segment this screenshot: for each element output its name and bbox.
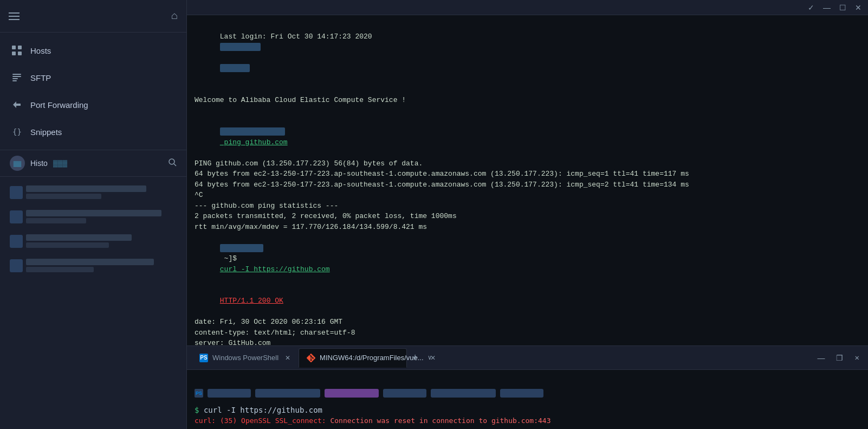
term-line (195, 105, 860, 116)
search-icon[interactable] (168, 158, 177, 169)
term-line: rtt min/avg/max/mdev = 117.770/126.184/1… (195, 222, 860, 233)
blur-item-1 (208, 389, 251, 398)
svg-marker-8 (13, 101, 21, 108)
svg-rect-7 (12, 80, 17, 81)
titlebar-restore[interactable]: ☐ (839, 3, 846, 12)
tabbar: PS Windows PowerShell ✕ MINGW64:/d/Progr… (187, 345, 868, 369)
term-line: Welcome to Alibaba Cloud Elastic Compute… (195, 95, 860, 106)
tab-powershell-label: Windows PowerShell (212, 354, 278, 362)
error-prefix: curl: (35) OpenSSL SSL_connect: (195, 417, 326, 425)
ps-icon: PS (199, 354, 208, 362)
sftp-icon (11, 72, 23, 84)
sidebar-item-hosts[interactable]: Hosts (0, 37, 186, 64)
home-icon[interactable]: ⌂ (171, 10, 178, 22)
svg-rect-4 (12, 74, 21, 75)
blur-item-2 (255, 389, 320, 398)
blur-item-4 (383, 389, 426, 398)
window-close-btn[interactable]: ✕ (851, 351, 864, 364)
history-list (0, 177, 186, 429)
term-line: Last login: Fri Oct 30 14:17:23 2020 xx … (195, 21, 860, 84)
sftp-label: SFTP (30, 73, 51, 82)
term-line: 64 bytes from ec2-13-250-177-223.ap-sout… (195, 180, 860, 190)
list-item[interactable] (0, 180, 186, 204)
tab-add-button[interactable]: + (407, 350, 423, 366)
blur-item-3 (325, 389, 379, 398)
term-line-curl-cmd: ~]$ curl -I https://github.com (195, 232, 860, 285)
input-prompt: $ (195, 406, 199, 414)
history-text: Histo (30, 159, 48, 168)
term-line: 2 packets transmitted, 2 received, 0% pa… (195, 211, 860, 222)
sidebar-nav: Hosts SFTP Port Forwarding (0, 33, 186, 150)
history-avatar: ▓▓ (10, 156, 25, 171)
sidebar-item-snippets[interactable]: {} Snippets (0, 118, 186, 145)
titlebar-close[interactable]: ✕ (855, 3, 861, 12)
window-minimize-btn[interactable]: — (814, 351, 828, 364)
list-item[interactable] (0, 253, 186, 278)
blur-item-6 (500, 389, 543, 398)
term-line: ^C (195, 190, 860, 201)
tab-chevron[interactable]: ∨ (423, 351, 436, 364)
error-message: Connection was reset in connection to gi… (330, 417, 550, 425)
term-line: 64 bytes from ec2-13-250-177-223.ap-sout… (195, 169, 860, 180)
terminal-titlebar: ✓ — ☐ ✕ (187, 0, 868, 15)
list-item[interactable] (0, 229, 186, 253)
term-line-ping-cmd: ping github.com (195, 116, 860, 158)
list-item[interactable] (0, 204, 186, 229)
snippets-label: Snippets (30, 127, 62, 137)
svg-line-11 (174, 164, 176, 166)
term-line: server: GitHub.com (195, 338, 860, 345)
tabbar-right: — ❐ ✕ (814, 351, 864, 364)
svg-rect-3 (18, 52, 22, 55)
history-header: ▓▓ Histo ▓▓▓ (0, 150, 186, 177)
tab-mingw[interactable]: MINGW64:/d/ProgramFiles/vue... ✕ (299, 348, 407, 368)
term-line-http-ok: HTTP/1.1 200 OK (195, 285, 860, 317)
history-text-blur: ▓▓▓ (53, 159, 67, 167)
hosts-label: Hosts (30, 46, 51, 55)
sidebar: ⌂ Hosts SFTP (0, 0, 187, 429)
term-line: --- github.com ping statistics --- (195, 201, 860, 212)
svg-rect-1 (18, 46, 22, 49)
term-line (195, 84, 860, 95)
hamburger-icon[interactable] (9, 12, 20, 20)
titlebar-minimize[interactable]: — (823, 3, 831, 12)
input-line: $ curl -I https://github.com (195, 406, 860, 414)
sidebar-history: ▓▓ Histo ▓▓▓ (0, 150, 186, 429)
tab-powershell-close[interactable]: ✕ (285, 354, 290, 362)
svg-rect-2 (12, 52, 16, 55)
history-label: ▓▓ Histo ▓▓▓ (10, 156, 67, 171)
sidebar-item-sftp[interactable]: SFTP (0, 64, 186, 91)
bottom-bar: PS $ curl -I https://github.com curl: (3… (187, 369, 868, 429)
hosts-icon (11, 44, 23, 56)
port-forwarding-label: Port Forwarding (30, 100, 88, 110)
tab-powershell[interactable]: PS Windows PowerShell ✕ (191, 348, 299, 368)
bottom-blur-bar: PS (195, 385, 860, 401)
svg-point-10 (169, 159, 174, 164)
powershell-icon: PS (199, 354, 208, 362)
blur-item-5 (431, 389, 496, 398)
snippets-icon: {} (11, 126, 23, 138)
sidebar-item-port-forwarding[interactable]: Port Forwarding (0, 91, 186, 118)
svg-text:{}: {} (12, 127, 22, 136)
terminal-content[interactable]: Last login: Fri Oct 30 14:17:23 2020 xx … (187, 15, 868, 345)
svg-rect-5 (12, 76, 21, 77)
svg-rect-6 (12, 78, 18, 79)
window-restore-btn[interactable]: ❐ (833, 351, 846, 364)
term-line: PING github.com (13.250.177.223) 56(84) … (195, 158, 860, 169)
main-area: ✓ — ☐ ✕ Last login: Fri Oct 30 14:17:23 … (187, 0, 868, 429)
sidebar-header: ⌂ (0, 0, 186, 33)
port-forwarding-icon (11, 99, 23, 111)
svg-rect-0 (12, 46, 16, 49)
titlebar-checkmark[interactable]: ✓ (808, 3, 814, 12)
term-line: date: Fri, 30 Oct 2020 06:23:16 GMT (195, 317, 860, 328)
input-command: curl -I https://github.com (204, 406, 322, 414)
error-line: curl: (35) OpenSSL SSL_connect: Connecti… (195, 417, 860, 425)
term-line: content-type: text/html; charset=utf-8 (195, 328, 860, 338)
git-icon (307, 354, 315, 362)
